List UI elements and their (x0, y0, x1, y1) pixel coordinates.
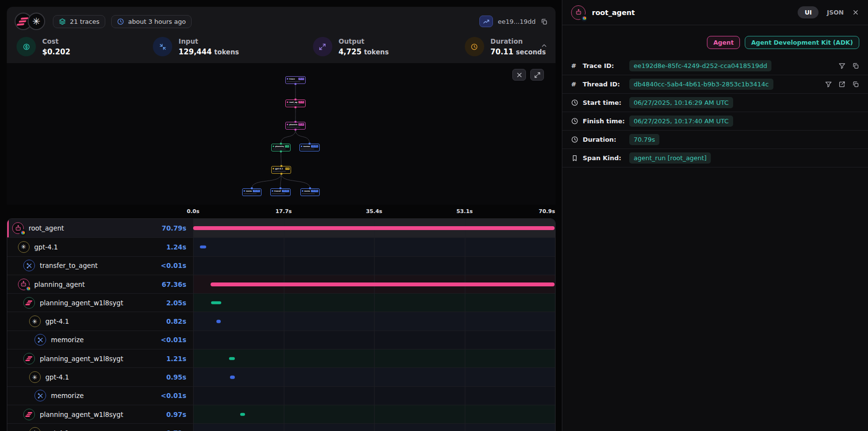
span-name-cell[interactable]: planning_agent67.36s (7, 275, 193, 293)
span-row-gpt-4.1[interactable]: ✳gpt-4.10.95s (7, 367, 555, 386)
span-row-root_agent[interactable]: root_agent70.79s (7, 219, 555, 237)
field-value[interactable]: 06/27/2025, 10:17:40 AM UTC (629, 116, 733, 127)
span-name-cell[interactable]: ✳gpt-4.10.71s (7, 424, 193, 431)
duration-bar[interactable] (230, 376, 235, 379)
span-bar-cell[interactable] (193, 405, 555, 423)
copy-trace-id-button[interactable] (540, 18, 548, 25)
span-name-cell[interactable]: root_agent70.79s (7, 219, 193, 237)
graph-node-memorize[interactable]: memorize<0.01s (299, 144, 320, 151)
span-name-cell[interactable]: transfer_to_agent<0.01s (7, 257, 193, 275)
filter-button[interactable] (838, 62, 846, 69)
trace-short-id: ee19...19dd (498, 18, 536, 25)
duration-bar[interactable] (211, 282, 555, 286)
field-value[interactable]: db4840cc-5ab4-4b61-b9b3-2853c1b3414c (629, 79, 773, 90)
gridline (284, 257, 284, 275)
span-row-memorize[interactable]: memorize<0.01s (7, 331, 555, 349)
stat-cost: Cost$0.202 (16, 37, 153, 56)
trace-stats-row: Cost$0.202Input129,444tokensOutput4,725t… (15, 36, 548, 58)
node-type-icon (302, 190, 303, 192)
span-row-gpt-4.1[interactable]: ✳gpt-4.11.24s (7, 237, 555, 256)
span-name-cell[interactable]: memorize<0.01s (7, 331, 193, 349)
graph-node-memorize[interactable]: memorize<0.01s (300, 188, 320, 196)
gridline (193, 349, 194, 367)
field-label: Trace ID: (583, 62, 629, 69)
node-duration-badge: <0.01s (282, 190, 289, 192)
field-value[interactable]: 06/27/2025, 10:16:29 AM UTC (629, 97, 733, 108)
agent-icon (18, 279, 30, 290)
field-value[interactable]: agent_run [root_agent] (629, 152, 711, 164)
team-icon (23, 409, 35, 420)
openai-icon: ✳ (32, 318, 37, 325)
span-duration: 0.82s (166, 317, 193, 325)
span-row-planning_agent_w1l8sygt[interactable]: planning_agent_w1l8sygt1.21s (7, 349, 555, 367)
axis-tick-label: 17.7s (276, 208, 292, 215)
node-subtitle (273, 171, 286, 172)
gridline (284, 424, 284, 431)
close-icon (516, 71, 523, 79)
span-bar-cell[interactable] (193, 238, 555, 256)
field-value[interactable]: 70.79s (629, 134, 659, 145)
agent-graph-minimap[interactable]: trace70.1sroot_agent70.8splanning_agent6… (7, 63, 556, 205)
span-bar-cell[interactable] (193, 294, 555, 312)
field-value[interactable]: ee192d8e-85fc-4249-d252-cca0418519dd (629, 60, 771, 71)
span-name-cell[interactable]: ✳gpt-4.10.82s (7, 312, 193, 330)
span-bar-cell[interactable] (193, 219, 555, 237)
node-label: root_agent (289, 101, 297, 103)
span-name-cell[interactable]: ✳gpt-4.11.24s (7, 238, 193, 256)
span-row-planning_agent_w1l8sygt[interactable]: planning_agent_w1l8sygt2.05s (7, 293, 555, 312)
stat-label: Input (179, 37, 239, 45)
span-bar-cell[interactable] (193, 349, 555, 367)
node-subtitle (244, 193, 257, 194)
adk-badge-icon (580, 15, 588, 22)
gridline (555, 275, 556, 293)
copy-button[interactable] (852, 81, 859, 88)
span-name-cell[interactable]: planning_agent_w1l8sygt1.21s (7, 349, 193, 367)
span-name-cell[interactable]: memorize<0.01s (7, 387, 193, 405)
span-row-gpt-4.1[interactable]: ✳gpt-4.10.82s (7, 312, 555, 330)
axis-tick-label: 70.9s (539, 208, 555, 215)
span-name: root_agent (29, 224, 64, 232)
span-bar-cell[interactable] (193, 257, 555, 275)
node-duration-badge: <0.01s (311, 190, 318, 192)
traces-count-badge[interactable]: 21 traces (53, 15, 105, 28)
span-name-cell[interactable]: planning_agent_w1l8sygt0.97s (7, 405, 193, 423)
node-duration-badge: 0.8s (285, 167, 290, 170)
duration-bar[interactable] (211, 301, 222, 305)
span-bar-cell[interactable] (193, 312, 555, 330)
gridline (465, 294, 465, 312)
filter-button[interactable] (825, 81, 832, 88)
trace-chart-button[interactable] (479, 16, 493, 27)
collapse-summary-button[interactable] (540, 42, 548, 50)
graph-node-transfer_to_agent[interactable]: transfer_to_agent<0.01s (270, 188, 291, 196)
span-name-cell[interactable]: ✳gpt-4.10.95s (7, 368, 193, 386)
field-label: Duration: (583, 136, 629, 143)
span-row-gpt-4.1[interactable]: ✳gpt-4.10.71s (7, 423, 555, 431)
span-bar-cell[interactable] (193, 424, 555, 431)
span-row-memorize[interactable]: memorize<0.01s (7, 386, 555, 405)
expand-graph-button[interactable] (530, 69, 544, 81)
span-row-planning_agent_w1l8sygt[interactable]: planning_agent_w1l8sygt0.97s (7, 405, 555, 423)
duration-bar[interactable] (193, 226, 555, 230)
duration-bar[interactable] (229, 357, 235, 360)
close-graph-button[interactable] (512, 69, 526, 81)
duration-bar[interactable] (240, 413, 245, 416)
span-bar-cell[interactable] (193, 275, 555, 293)
duration-bar[interactable] (216, 320, 221, 323)
tab-json[interactable]: JSON (827, 9, 844, 16)
close-panel-button[interactable] (852, 9, 859, 16)
span-duration: <0.01s (161, 392, 193, 399)
duration-bar[interactable] (200, 246, 206, 249)
copy-button[interactable] (852, 62, 859, 69)
span-bar-cell[interactable] (193, 368, 555, 386)
gridline (193, 238, 194, 256)
graph-node-memorize[interactable]: memorize<0.01s (242, 188, 262, 196)
span-bar-cell[interactable] (193, 387, 555, 405)
llm-icon: ✳ (18, 241, 30, 253)
span-bar-cell[interactable] (193, 331, 555, 349)
span-name-cell[interactable]: planning_agent_w1l8sygt2.05s (7, 294, 193, 312)
span-duration: 67.36s (162, 281, 193, 288)
external-link-button[interactable] (838, 81, 846, 88)
span-row-transfer_to_agent[interactable]: transfer_to_agent<0.01s (7, 256, 555, 275)
span-row-planning_agent[interactable]: planning_agent67.36s (7, 275, 555, 293)
tab-ui[interactable]: UI (798, 6, 819, 18)
